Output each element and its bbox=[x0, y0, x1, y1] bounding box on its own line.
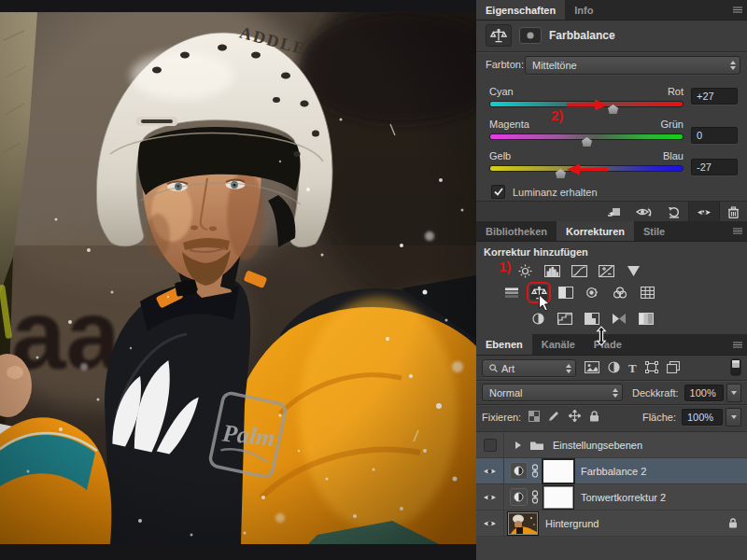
channel-mixer-icon[interactable] bbox=[612, 286, 628, 300]
threshold-icon[interactable] bbox=[584, 312, 600, 326]
yellow-blue-slider[interactable] bbox=[489, 164, 684, 179]
tab-pfade[interactable]: Pfade bbox=[585, 334, 631, 355]
group-expand-triangle-icon[interactable] bbox=[515, 441, 521, 449]
view-previous-state-icon[interactable] bbox=[628, 202, 660, 222]
posterize-icon[interactable] bbox=[557, 312, 573, 326]
adjustment-layer-icon bbox=[510, 462, 528, 480]
color-lookup-icon[interactable] bbox=[639, 286, 655, 300]
fill-dropdown-icon[interactable] bbox=[726, 408, 741, 427]
filter-kind-value: Art bbox=[501, 363, 562, 374]
opacity-label: Deckkraft: bbox=[632, 387, 679, 399]
lock-pixels-icon[interactable] bbox=[548, 411, 560, 424]
cyan-red-slider[interactable] bbox=[489, 100, 684, 115]
layer-row-hintergrund[interactable]: Hintergrund bbox=[476, 511, 747, 537]
type-layer-filter-icon[interactable]: T bbox=[628, 361, 637, 376]
mouse-cursor bbox=[538, 294, 551, 315]
layer-lock-icon bbox=[728, 518, 738, 528]
layer-name: Einstellungsebenen bbox=[553, 440, 642, 451]
shape-layer-filter-icon[interactable] bbox=[645, 361, 658, 375]
tab-stile[interactable]: Stile bbox=[634, 221, 674, 241]
hue-saturation-icon[interactable] bbox=[503, 286, 520, 300]
magenta-green-value[interactable]: 0 bbox=[691, 127, 738, 144]
opacity-value[interactable]: 100% bbox=[684, 385, 724, 401]
fill-value[interactable]: 100% bbox=[682, 409, 723, 426]
panel-menu-icon[interactable] bbox=[733, 0, 747, 20]
delete-trash-icon[interactable] bbox=[720, 202, 747, 222]
panel-title: Farbbalance bbox=[549, 29, 615, 42]
visibility-eye-icon[interactable] bbox=[688, 202, 720, 222]
visibility-eye-icon[interactable] bbox=[476, 511, 504, 536]
tab-bibliotheken[interactable]: Bibliotheken bbox=[476, 221, 557, 241]
layer-row-einstellungsebenen[interactable]: Einstellungsebenen bbox=[476, 432, 747, 458]
document-canvas[interactable]: aa as bbox=[0, 0, 476, 560]
blend-mode-select[interactable]: Normal bbox=[482, 384, 623, 401]
reset-icon[interactable] bbox=[660, 202, 688, 222]
layer-filter-kind-select[interactable]: Art bbox=[482, 359, 576, 377]
layer-mask-thumbnail[interactable] bbox=[543, 486, 573, 509]
layers-tabbar: Ebenen Kanäle Pfade bbox=[476, 334, 747, 356]
kayaker-photo: aa as bbox=[0, 12, 476, 544]
lock-transparency-icon[interactable] bbox=[529, 411, 540, 424]
cyan-red-value[interactable]: +27 bbox=[691, 88, 738, 105]
magenta-green-slider[interactable] bbox=[489, 133, 684, 147]
layer-mask-thumbnail[interactable] bbox=[543, 460, 573, 483]
adjustment-layer-filter-icon[interactable] bbox=[608, 361, 620, 375]
layer-row-farbbalance-2[interactable]: Farbbalance 2 bbox=[476, 458, 747, 484]
clip-to-layer-icon[interactable] bbox=[599, 202, 628, 222]
lock-position-icon[interactable] bbox=[569, 410, 581, 424]
properties-body: Farbbalance Farbton: Mitteltöne Cyan Rot bbox=[476, 21, 747, 221]
tone-select-value: Mitteltöne bbox=[532, 60, 726, 71]
exposure-icon[interactable] bbox=[598, 264, 614, 278]
tab-ebenen[interactable]: Ebenen bbox=[476, 334, 532, 355]
tab-korrekturen[interactable]: Korrekturen bbox=[557, 221, 634, 241]
tone-label: Farbton: bbox=[486, 59, 524, 70]
slider-gelb-label: Gelb bbox=[489, 150, 511, 161]
layer-image-thumbnail[interactable] bbox=[508, 512, 538, 535]
visibility-toggle-empty[interactable] bbox=[476, 432, 504, 457]
tab-info[interactable]: Info bbox=[565, 0, 602, 20]
selective-color-icon[interactable] bbox=[638, 312, 655, 326]
preserve-luminosity-checkbox[interactable]: Luminanz erhalten bbox=[491, 185, 598, 199]
mask-link-icon[interactable] bbox=[531, 490, 539, 504]
tab-eigenschaften[interactable]: Eigenschaften bbox=[476, 0, 565, 20]
search-icon bbox=[489, 364, 498, 372]
pixel-layer-filter-icon[interactable] bbox=[585, 361, 599, 375]
tab-kanaele[interactable]: Kanäle bbox=[532, 334, 585, 355]
slider-rot-label: Rot bbox=[668, 86, 684, 97]
adjustments-tabbar: Bibliotheken Korrekturen Stile bbox=[476, 221, 747, 242]
opacity-dropdown-icon[interactable] bbox=[726, 384, 741, 402]
panel-column: Eigenschaften Info Farbbalance bbox=[476, 0, 747, 560]
levels-icon[interactable] bbox=[543, 264, 560, 278]
properties-footer bbox=[476, 201, 747, 222]
smart-object-filter-icon[interactable] bbox=[667, 361, 680, 375]
tone-select[interactable]: Mitteltöne bbox=[525, 56, 740, 75]
stepper-arrows-icon bbox=[613, 388, 618, 398]
panel-menu-icon[interactable] bbox=[733, 221, 747, 241]
visibility-eye-icon[interactable] bbox=[476, 484, 504, 510]
photo-filter-icon[interactable] bbox=[585, 286, 601, 300]
brightness-contrast-icon[interactable] bbox=[516, 264, 533, 278]
annotation-arrow-left bbox=[567, 163, 608, 177]
visibility-eye-icon[interactable] bbox=[476, 458, 504, 483]
gradient-map-icon[interactable] bbox=[611, 312, 627, 326]
curves-icon[interactable] bbox=[571, 264, 587, 278]
stepper-arrows-icon bbox=[730, 61, 736, 70]
checkbox-check-icon bbox=[491, 185, 505, 199]
mask-link-icon[interactable] bbox=[531, 464, 539, 478]
layer-filter-toggle[interactable] bbox=[730, 358, 741, 378]
preserve-luminosity-label: Luminanz erhalten bbox=[513, 187, 598, 198]
fill-label: Fläche: bbox=[642, 412, 676, 423]
panel-menu-icon[interactable] bbox=[733, 334, 747, 355]
stepper-arrows-icon bbox=[566, 364, 571, 373]
layer-name: Farbbalance 2 bbox=[581, 466, 646, 477]
layer-mask-icon[interactable] bbox=[519, 27, 542, 44]
vibrance-icon[interactable] bbox=[625, 264, 641, 278]
yellow-blue-value[interactable]: -27 bbox=[691, 159, 738, 175]
lock-all-icon[interactable] bbox=[589, 411, 599, 424]
slider-blau-label: Blau bbox=[663, 150, 684, 161]
layer-row-tonwertkorrektur-2[interactable]: Tonwertkorrektur 2 bbox=[476, 484, 747, 511]
black-white-icon[interactable] bbox=[557, 286, 574, 300]
slider-cyan-label: Cyan bbox=[489, 86, 514, 97]
lock-label: Fixieren: bbox=[482, 412, 521, 423]
color-balance-icon bbox=[486, 24, 512, 47]
